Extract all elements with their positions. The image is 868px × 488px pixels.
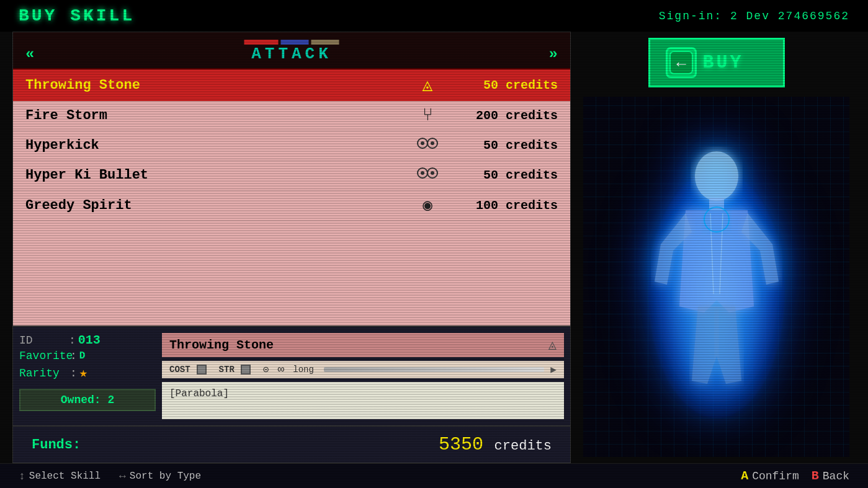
skill-icon-hyper-ki-bullet — [409, 166, 446, 185]
id-colon: : — [69, 334, 76, 347]
skill-stats-bar: COST STR ⊙ ∞ long ▶ — [162, 361, 564, 378]
funds-credits: credits — [494, 438, 552, 454]
back-button[interactable]: B Back — [812, 469, 849, 483]
svg-point-1 — [421, 141, 424, 145]
str-label: STR — [219, 365, 235, 375]
top-bar: BUY SKILL Sign-in: 2 Dev 274669562 — [0, 0, 868, 32]
id-row: ID : 013 — [19, 333, 156, 347]
buy-button[interactable]: ← BUY — [648, 38, 785, 87]
owned-label: Owned: 2 — [61, 394, 114, 406]
character-area — [583, 97, 849, 457]
skill-cost-hyperkick: 50 credits — [446, 138, 558, 153]
range-bar — [324, 367, 544, 372]
color-bars — [244, 40, 339, 45]
skill-list: Throwing Stone ◬ 50 credits Fire Storm ⑂… — [13, 69, 570, 326]
tab-title: ATTACK — [251, 45, 332, 63]
range-arrow: ▶ — [550, 363, 557, 376]
rarity-label: Rarity — [19, 367, 69, 379]
screen: BUY SKILL Sign-in: 2 Dev 274669562 « ATT… — [0, 0, 868, 488]
buy-icon: ← — [666, 47, 697, 78]
skill-cost-greedy-spirit: 100 credits — [446, 198, 558, 213]
sort-label: Sort by Type — [130, 471, 201, 482]
select-icon: ↕ — [19, 470, 25, 482]
skill-name-hyper-ki-bullet: Hyper Ki Bullet — [25, 167, 409, 183]
skill-cost-fire-storm: 200 credits — [446, 109, 558, 123]
detail-skill-name: Throwing Stone — [169, 338, 274, 352]
cost-stat-box — [197, 365, 207, 375]
select-skill-hint: ↕ Select Skill — [19, 470, 101, 482]
sort-hint: ↔ Sort by Type — [119, 470, 201, 482]
left-info: ID : 013 Favorite : D Rarity : ★ — [19, 333, 156, 419]
skill-name-greedy-spirit: Greedy Spirit — [25, 198, 409, 213]
favorite-label: Favorite — [19, 350, 69, 362]
signin-text: Sign-in: 2 Dev 274669562 — [659, 10, 849, 22]
rarity-colon: : — [70, 367, 77, 379]
svg-point-3 — [431, 141, 434, 145]
favorite-row: Favorite : D — [19, 350, 156, 362]
rarity-row: Rarity : ★ — [19, 365, 156, 381]
skill-row-throwing-stone[interactable]: Throwing Stone ◬ 50 credits — [13, 69, 570, 101]
confirm-label: Confirm — [752, 470, 799, 482]
skill-cost-throwing-stone: 50 credits — [446, 78, 558, 92]
range-text: long — [293, 365, 314, 375]
id-label: ID — [19, 334, 69, 347]
skill-row-hyperkick[interactable]: Hyperkick 50 credits — [13, 131, 570, 161]
rarity-star: ★ — [79, 365, 87, 381]
favorite-value: D — [79, 350, 86, 362]
skill-icon-throwing-stone: ◬ — [409, 74, 446, 95]
cost-label: COST — [169, 365, 190, 375]
funds-display: 5350 credits — [439, 434, 552, 455]
skill-row-greedy-spirit[interactable]: Greedy Spirit ◉ 100 credits — [13, 190, 570, 221]
back-key: B — [812, 469, 819, 483]
funds-bar: Funds: 5350 credits — [13, 425, 570, 463]
nav-left: ↕ Select Skill ↔ Sort by Type — [19, 470, 201, 482]
svg-point-11 — [695, 151, 738, 201]
skill-name-hyperkick: Hyperkick — [25, 138, 409, 153]
svg-point-5 — [421, 171, 424, 175]
detail-skill-icon: ◬ — [548, 337, 557, 353]
main-content: « ATTACK » Throwing Stone ◬ 50 credits F… — [0, 32, 868, 463]
nav-right: A Confirm B Back — [741, 469, 849, 483]
description-text: [Parabola] — [169, 388, 229, 399]
skill-name-throwing-stone: Throwing Stone — [25, 78, 409, 93]
skill-detail-name: Throwing Stone ◬ — [162, 333, 564, 357]
str-stat-box — [241, 365, 251, 375]
skill-icon-fire-storm: ⑂ — [409, 106, 446, 125]
skill-row-hyper-ki-bullet[interactable]: Hyper Ki Bullet 50 credits — [13, 161, 570, 190]
left-panel: « ATTACK » Throwing Stone ◬ 50 credits F… — [12, 32, 571, 463]
svg-text:←: ← — [676, 55, 686, 74]
sort-icon: ↔ — [119, 470, 126, 482]
right-panel: ← BUY — [577, 32, 856, 463]
back-label: Back — [823, 470, 849, 482]
favorite-colon: : — [70, 350, 77, 362]
confirm-key: A — [741, 469, 748, 483]
skill-name-fire-storm: Fire Storm — [25, 108, 409, 123]
character-glow — [630, 120, 803, 433]
select-label: Select Skill — [29, 471, 101, 482]
page-title: BUY SKILL — [19, 6, 135, 25]
character-svg — [630, 120, 803, 430]
owned-box: Owned: 2 — [19, 389, 156, 411]
skill-description: [Parabola] — [162, 382, 564, 419]
funds-amount: 5350 — [439, 434, 483, 455]
id-value: 013 — [78, 333, 101, 347]
tab-bar: « ATTACK » — [13, 32, 570, 69]
range-symbol: ⊙ — [263, 363, 269, 376]
prev-tab-button[interactable]: « — [25, 46, 34, 63]
right-info: Throwing Stone ◬ COST STR ⊙ ∞ long ▶ — [162, 333, 564, 419]
color-bar-red — [244, 40, 279, 45]
next-tab-button[interactable]: » — [549, 46, 558, 63]
bottom-nav: ↕ Select Skill ↔ Sort by Type A Confirm … — [0, 463, 868, 488]
skill-row-fire-storm[interactable]: Fire Storm ⑂ 200 credits — [13, 101, 570, 131]
info-panel: ID : 013 Favorite : D Rarity : ★ — [13, 326, 570, 425]
skill-icon-hyperkick — [409, 136, 446, 155]
buy-label: BUY — [703, 52, 744, 73]
funds-label: Funds: — [32, 437, 81, 453]
skill-icon-greedy-spirit: ◉ — [409, 195, 446, 215]
range-inf: ∞ — [277, 363, 284, 376]
confirm-button[interactable]: A Confirm — [741, 469, 799, 483]
skill-cost-hyper-ki-bullet: 50 credits — [446, 168, 558, 182]
color-bar-blue — [281, 40, 309, 45]
color-bar-tan — [311, 40, 339, 45]
svg-point-7 — [431, 171, 434, 175]
